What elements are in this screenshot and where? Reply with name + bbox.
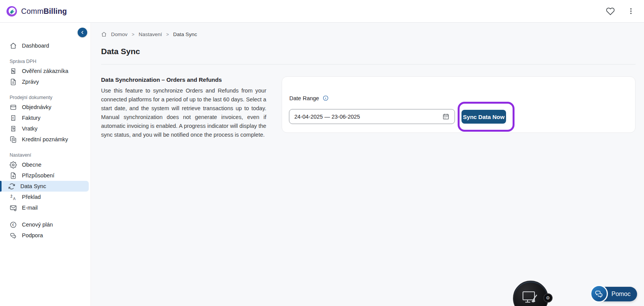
sidebar-item-label: Kreditní poznámky [22,136,68,142]
sidebar-item-label: Podpora [22,232,43,238]
sidebar-nav: Dashboard Správa DPH Ověření zákazníka Z… [0,23,91,241]
svg-text:ž: ž [10,194,12,198]
heart-icon [606,7,615,16]
sidebar-item-email[interactable]: E-mail [0,202,91,213]
help-chat-badge[interactable] [590,285,608,303]
top-header: CommBilling [0,0,644,23]
orders-inbox-icon [10,104,17,111]
home-icon[interactable] [101,31,107,37]
more-options-button[interactable] [626,7,636,16]
sidebar-item-dashboard[interactable]: Dashboard [0,40,91,51]
sidebar-item-obecne[interactable]: Obecne [0,159,91,170]
section-heading: Data Synchronization – Orders and Refund… [101,76,266,83]
breadcrumb-item-data-sync: Data Sync [173,31,197,37]
sidebar-item-label: Ověření zákazníka [22,68,68,74]
breadcrumb-item-domov[interactable]: Domov [111,31,128,37]
sidebar-item-label: Data Sync [20,183,46,189]
sidebar-item-label: Překlad [22,194,41,200]
kebab-menu-icon [627,7,635,15]
sidebar-item-data-sync[interactable]: Data Sync [0,181,89,192]
sidebar-item-vratky[interactable]: Vratky [0,123,91,134]
sidebar-section-prodejni-dokumenty: Prodejní dokumenty [0,95,91,100]
cleaner-settings-button[interactable]: ⚙ [543,293,553,303]
sidebar-item-cenovy-plan[interactable]: € Cenový plán [0,219,91,230]
sidebar-item-label: Objednávky [22,104,51,110]
date-range-label: Date Range [289,95,319,101]
sidebar: Dashboard Správa DPH Ověření zákazníka Z… [0,23,91,306]
header-actions [605,6,636,17]
credit-notes-icon [10,136,17,143]
breadcrumb: Domov > Nastavení > Data Sync [101,31,644,37]
sidebar-section-nastaveni: Nastavení [0,152,91,158]
sidebar-divider-gap [0,213,91,219]
title-divider [101,64,636,65]
sidebar-item-preklad[interactable]: ž A Překlad [0,192,91,202]
description-column: Data Synchronization – Orders and Refund… [101,76,266,139]
sidebar-item-label: Přizpůsobení [22,172,55,179]
brand-logo[interactable]: CommBilling [6,6,67,17]
support-chat-icon [10,232,17,239]
help-button-label: Pomoc [611,291,631,298]
data-sync-section: Data Synchronization – Orders and Refund… [101,76,644,139]
chat-bubbles-icon [594,289,604,298]
sync-icon [8,183,15,190]
gear-icon [10,161,17,169]
gear-icon: ⚙ [546,295,550,301]
refund-receipt-icon [10,125,17,132]
commbilling-logo-icon [6,6,17,17]
section-description: Use this feature to synchronize Orders a… [101,86,266,139]
breadcrumb-separator: > [166,32,169,37]
sidebar-item-faktury[interactable]: € Faktury [0,112,91,123]
date-range-value: 24-04-2025 — 23-06-2025 [294,114,360,120]
sidebar-item-label: Faktury [22,115,40,121]
breadcrumb-item-nastaveni[interactable]: Nastavení [139,31,162,37]
chevron-left-icon [80,30,85,35]
translate-icon: ž A [10,194,17,201]
sidebar-item-label: Cenový plán [22,222,53,228]
invoice-euro-icon: € [10,114,17,122]
report-document-icon [10,78,17,86]
sidebar-item-label: Vratky [22,126,38,132]
sync-data-now-button[interactable]: Sync Data Now [461,110,506,124]
sidebar-item-label: Obecne [22,162,41,168]
receipt-percent-icon [10,68,17,75]
sidebar-item-label: E-mail [22,205,38,211]
sidebar-item-podpora[interactable]: Podpora [0,230,91,241]
sync-form-card: Date Range 24-04-2025 — 23-06-2025 [282,76,636,133]
sidebar-item-prizpusobeni[interactable]: Přizpůsobení [0,170,91,181]
date-range-label-row: Date Range [289,95,329,101]
sidebar-item-objednavky[interactable]: Objednávky [0,102,91,112]
sidebar-item-kreditni-poznamky[interactable]: Kreditní poznámky [0,134,91,145]
svg-text:A: A [13,197,16,201]
monitor-broom-icon [521,289,541,306]
sidebar-item-overeni-zakaznika[interactable]: Ověření zákazníka [0,66,91,76]
svg-text:€: € [12,116,14,119]
sidebar-section-sprava-dph: Správa DPH [0,59,91,64]
customize-document-icon [10,172,17,179]
sidebar-item-zpravy[interactable]: Zprávy [0,76,91,87]
calendar-icon[interactable] [442,113,450,120]
main-content: Domov > Nastavení > Data Sync Data Sync … [91,23,644,306]
home-icon [10,42,17,50]
sidebar-item-label: Zprávy [22,79,39,85]
breadcrumb-separator: > [132,32,134,37]
euro-circle-icon: € [10,221,17,228]
app-window: CommBilling [0,0,644,306]
sidebar-item-label: Dashboard [22,43,49,49]
sidebar-collapse-button[interactable] [78,28,87,37]
brand-name: CommBilling [21,7,67,16]
date-range-input[interactable]: 24-04-2025 — 23-06-2025 [289,109,455,124]
page-title: Data Sync [101,47,644,56]
email-settings-icon [10,204,17,212]
info-icon[interactable] [322,95,329,101]
favorites-button[interactable] [605,6,616,17]
svg-text:€: € [12,223,15,227]
